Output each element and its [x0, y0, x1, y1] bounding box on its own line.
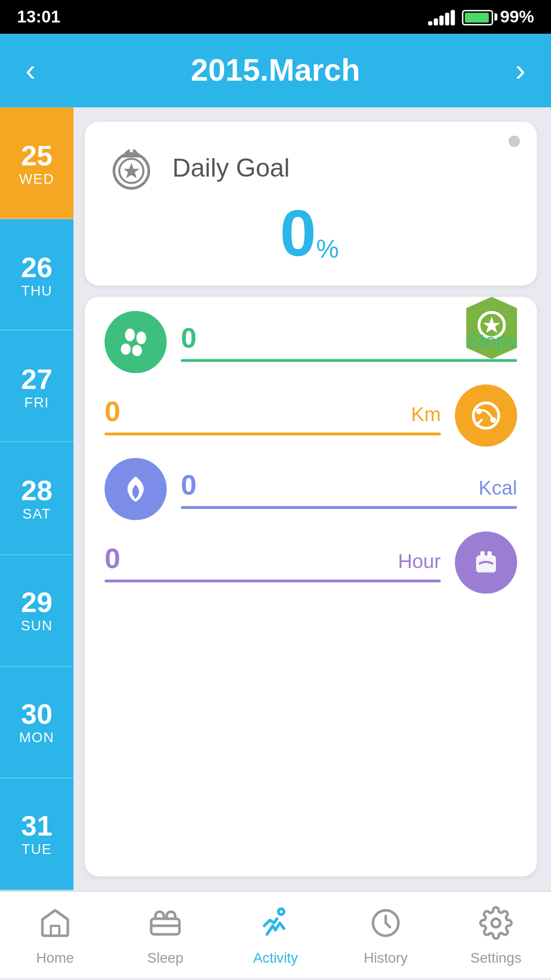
activity-icon	[259, 905, 292, 945]
svg-point-24	[492, 918, 500, 927]
calendar-day-28[interactable]: 28 SAT	[0, 443, 73, 555]
dot-indicator	[509, 136, 520, 147]
day-name-WED: WED	[19, 170, 55, 186]
next-month-button[interactable]: ›	[515, 55, 525, 86]
day-num-26: 26	[21, 251, 53, 282]
nav-home-label: Home	[36, 949, 74, 965]
svg-rect-17	[481, 551, 485, 557]
hour-icon-circle	[455, 531, 517, 594]
main-content: 25 WED 26 THU 27 FRI 28 SAT 29 SUN 30 MO…	[0, 107, 551, 890]
svg-rect-19	[51, 925, 60, 935]
svg-point-11	[121, 344, 131, 355]
bottom-nav: Home Sleep Activity	[0, 891, 551, 978]
kcal-line	[181, 506, 517, 509]
km-icon-circle	[455, 384, 517, 447]
nav-history[interactable]: History	[331, 892, 441, 978]
status-bar: 13:01 99%	[0, 0, 551, 34]
hour-row: 0 Hour	[105, 531, 517, 594]
day-num-30: 30	[21, 699, 53, 730]
svg-point-9	[125, 329, 135, 341]
svg-point-12	[132, 345, 142, 356]
nav-history-label: History	[364, 949, 408, 965]
day-num-25: 25	[21, 139, 53, 170]
svg-marker-2	[123, 163, 140, 178]
day-name-TUE: TUE	[21, 842, 52, 857]
history-icon	[369, 905, 403, 945]
percent-sign: %	[316, 235, 339, 263]
nav-sleep[interactable]: Sleep	[110, 892, 220, 978]
daily-goal-card: Daily Goal 0%	[85, 121, 537, 285]
km-line	[105, 432, 441, 435]
daily-goal-percent: 0%	[105, 201, 514, 265]
nav-settings-label: Settings	[470, 949, 521, 965]
hour-line	[105, 579, 441, 582]
day-name-SUN: SUN	[21, 618, 53, 633]
day-num-28: 28	[21, 475, 53, 506]
km-row: 0 Km	[105, 384, 517, 447]
calendar-sidebar: 25 WED 26 THU 27 FRI 28 SAT 29 SUN 30 MO…	[0, 107, 73, 890]
day-name-THU: THU	[21, 282, 52, 298]
nav-activity[interactable]: Activity	[220, 892, 331, 978]
steps-icon-circle	[105, 311, 167, 373]
calendar-day-27[interactable]: 27 FRI	[0, 331, 73, 443]
home-icon	[38, 905, 72, 945]
hour-info: 0 Hour	[105, 543, 441, 582]
content-area: Daily Goal 0%	[73, 107, 551, 890]
nav-settings[interactable]: Settings	[441, 892, 551, 978]
nav-home[interactable]: Home	[0, 892, 110, 978]
hour-label: Hour	[398, 550, 441, 572]
calendar-day-26[interactable]: 26 THU	[0, 219, 73, 331]
day-num-27: 27	[21, 363, 53, 394]
kcal-value: 0	[181, 469, 196, 502]
calendar-day-30[interactable]: 30 MON	[0, 667, 73, 778]
signal-icon	[428, 9, 455, 26]
battery-icon	[462, 9, 493, 24]
status-right: 99%	[428, 7, 534, 27]
steps-info: 0 Steps	[181, 322, 517, 362]
kcal-row: 0 Kcal	[105, 458, 517, 520]
km-info: 0 Km	[105, 396, 441, 435]
kcal-info: 0 Kcal	[181, 469, 517, 509]
kcal-label: Kcal	[479, 476, 517, 499]
nav-sleep-label: Sleep	[147, 949, 184, 965]
prev-month-button[interactable]: ‹	[26, 55, 36, 86]
medal-icon	[105, 141, 158, 195]
day-name-MON: MON	[19, 730, 55, 745]
kcal-icon-circle	[105, 458, 167, 520]
month-title: 2015.March	[191, 52, 360, 89]
calendar-day-25[interactable]: 25 WED	[0, 107, 73, 219]
daily-goal-title: Daily Goal	[172, 153, 290, 183]
steps-label: Steps	[466, 329, 517, 352]
stats-card: 0 Steps 0 Km	[85, 297, 537, 876]
battery-percent: 99%	[500, 7, 534, 27]
steps-value: 0	[181, 322, 196, 355]
nav-activity-label: Activity	[253, 949, 298, 965]
km-label: Km	[411, 403, 441, 425]
steps-row: 0 Steps	[105, 311, 517, 373]
day-num-29: 29	[21, 587, 53, 618]
svg-rect-18	[487, 551, 491, 557]
calendar-day-29[interactable]: 29 SUN	[0, 555, 73, 667]
calendar-day-31[interactable]: 31 TUE	[0, 778, 73, 890]
hour-value: 0	[105, 543, 120, 575]
steps-line	[181, 359, 517, 362]
sleep-icon	[148, 905, 182, 945]
day-name-SAT: SAT	[22, 506, 51, 521]
percent-value: 0	[280, 197, 316, 270]
day-name-FRI: FRI	[24, 394, 49, 409]
month-header: ‹ 2015.March ›	[0, 34, 551, 107]
day-num-31: 31	[21, 811, 53, 842]
svg-point-10	[136, 331, 146, 344]
km-value: 0	[105, 396, 120, 428]
time-display: 13:01	[17, 7, 60, 27]
settings-icon	[479, 905, 513, 945]
svg-point-22	[279, 908, 284, 914]
